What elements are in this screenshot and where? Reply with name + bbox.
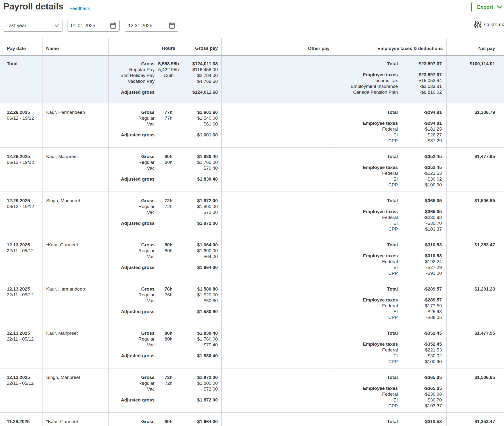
payroll-row: 12.26.202506/12 - 19/12 Singh, Manpreet … [0, 192, 504, 236]
table-right-gutter [498, 192, 504, 236]
column-header-name: Name [43, 38, 109, 55]
export-button-label: Export [477, 4, 493, 10]
customize-button[interactable]: Customize [474, 20, 504, 29]
total-summary-row: Total Gross5,558.95h$124,011.68 Regular … [0, 56, 504, 103]
total-hours-gross-cell: Gross5,558.95h$124,011.68 Regular Pay5,4… [109, 56, 222, 103]
payroll-row: 12.13.202522/11 - 05/12 *Kaur, Gurmeet G… [0, 236, 504, 280]
chevron-down-icon [497, 5, 502, 9]
table-right-gutter [498, 56, 504, 103]
net-pay-cell: $1,353.47 [447, 413, 498, 426]
total-net-pay: $100,114.01 [447, 56, 498, 103]
pay-date-cell: 12.13.202522/11 - 05/12 [0, 368, 43, 412]
other-pay-cell [222, 236, 333, 280]
taxes-cell: Total-$352.45 Employee taxes-$352.45 Fed… [333, 324, 447, 368]
employee-name-cell: Kaur, Manpreet [43, 324, 109, 368]
pay-date-cell: 12.13.202522/11 - 05/12 [0, 280, 43, 324]
pay-date-cell: 12.26.202506/12 - 19/12 [0, 103, 43, 147]
payroll-row: 11.28.202508/11 - 21/11 *Kaur, Gurmeet G… [0, 412, 504, 426]
column-header-hours-gross: Hours Gross pay [109, 38, 222, 55]
payroll-row: 12.26.202506/12 - 19/12 Kaur, Manpreet G… [0, 147, 504, 192]
customize-label: Customize [484, 22, 504, 27]
hours-gross-cell: Gross80h$1,830.40 Regular80h$1,760.00 Va… [109, 324, 222, 368]
pay-date-cell: 12.13.202522/11 - 05/12 [0, 236, 43, 280]
other-pay-cell [222, 103, 333, 147]
net-pay-cell: $1,506.95 [447, 368, 498, 412]
payroll-row: 12.13.202522/11 - 05/12 Kaur, Harmandeep… [0, 280, 504, 324]
hours-gross-cell: Gross77h$1,601.60 Regular77h$1,540.00 Va… [109, 103, 222, 147]
chevron-down-icon [55, 24, 59, 27]
table-right-gutter [498, 368, 504, 412]
net-pay-cell: $1,353.47 [447, 236, 498, 280]
net-pay-cell: $1,306.79 [447, 103, 498, 147]
net-pay-cell: $1,477.95 [447, 324, 498, 368]
column-header-net-pay: Net pay [447, 38, 498, 55]
hours-gross-cell: Gross72h$1,872.00 Regular72h$1,800.00 Va… [109, 368, 222, 412]
column-header-pay-date: Pay date [0, 38, 43, 55]
column-header-other-pay: Other pay [222, 38, 333, 55]
table-header-row: Pay date Name Hours Gross pay Other pay … [0, 38, 504, 55]
period-select-value: Last year [6, 23, 26, 28]
column-header-gross-pay: Gross pay [182, 45, 221, 51]
hours-gross-cell: Gross80h$1,664.00 Regular80h$1,600.00 [109, 413, 222, 426]
sliders-icon [474, 20, 481, 29]
net-pay-cell: $1,477.95 [447, 148, 498, 192]
end-date-input[interactable] [128, 23, 157, 28]
taxes-cell: Total-$365.05 Employee taxes-$365.05 Fed… [333, 368, 447, 412]
employee-name-cell: Singh, Manpreet [43, 192, 109, 236]
calendar-icon [110, 22, 116, 29]
pay-date-cell: 12.13.202522/11 - 05/12 [0, 324, 43, 368]
total-other-pay-cell [222, 56, 333, 103]
page-title: Payroll details [3, 1, 63, 12]
table-right-gutter [498, 280, 504, 324]
taxes-cell: Total-$365.05 Employee taxes-$365.05 Fed… [333, 192, 447, 236]
table-right-gutter [498, 324, 504, 368]
table-right-gutter [498, 103, 504, 147]
hours-gross-cell: Gross80h$1,830.40 Regular80h$1,760.00 Va… [109, 148, 222, 192]
other-pay-cell [222, 280, 333, 324]
employee-name-cell: *Kaur, Gurmeet [43, 236, 109, 280]
payroll-row: 12.13.202522/11 - 05/12 Singh, Manpreet … [0, 368, 504, 412]
other-pay-cell [222, 413, 333, 426]
net-pay-cell: $1,291.23 [447, 280, 498, 324]
total-row-label: Total [0, 56, 43, 103]
employee-name-cell: Kaur, Harmandeep [43, 103, 109, 147]
taxes-cell: Total-$294.81 Employee taxes-$294.81 Fed… [333, 103, 447, 147]
pay-date-cell: 12.26.202506/12 - 19/12 [0, 148, 43, 192]
payroll-row: 12.26.202506/12 - 19/12 Kaur, Harmandeep… [0, 103, 504, 147]
column-header-taxes: Employee taxes & deductions [333, 38, 447, 55]
period-select[interactable]: Last year [3, 20, 62, 32]
start-date-field[interactable] [68, 20, 120, 32]
net-pay-cell: $1,506.95 [447, 192, 498, 236]
taxes-cell: Total-$310.53 [333, 413, 447, 426]
pay-date-cell: 12.26.202506/12 - 19/12 [0, 192, 43, 236]
end-date-field[interactable] [125, 20, 178, 32]
hours-gross-cell: Gross80h$1,664.00 Regular80h$1,600.00 Va… [109, 236, 222, 280]
employee-name-cell: *Kaur, Gurmeet [43, 413, 109, 426]
table-right-gutter [498, 413, 504, 426]
start-date-input[interactable] [71, 23, 100, 28]
total-name-cell [43, 56, 109, 103]
filters-bar: Last year [3, 20, 178, 32]
employee-name-cell: Kaur, Harmandeep [43, 280, 109, 324]
taxes-cell: Total-$289.57 Employee taxes-$289.57 Fed… [333, 280, 447, 324]
column-header-hours: Hours [155, 45, 182, 51]
other-pay-cell [222, 148, 333, 192]
feedback-link[interactable]: Feedback [70, 6, 90, 11]
export-button[interactable]: Export [471, 2, 504, 12]
other-pay-cell [222, 192, 333, 236]
employee-name-cell: Kaur, Manpreet [43, 148, 109, 192]
other-pay-cell [222, 324, 333, 368]
table-right-gutter [498, 236, 504, 280]
other-pay-cell [222, 368, 333, 412]
table-right-gutter [498, 148, 504, 192]
payroll-table: Pay date Name Hours Gross pay Other pay … [0, 38, 504, 426]
total-taxes-cell: Total-$23,897.67 Employee taxes-$23,897.… [333, 56, 447, 103]
payroll-details-page: Payroll details Feedback Export Customiz… [0, 0, 504, 426]
taxes-cell: Total-$310.53 Employee taxes-$310.53 Fed… [333, 236, 447, 280]
hours-gross-cell: Gross72h$1,872.00 Regular72h$1,800.00 Va… [109, 192, 222, 236]
payroll-row: 12.13.202522/11 - 05/12 Kaur, Manpreet G… [0, 324, 504, 368]
taxes-cell: Total-$352.45 Employee taxes-$352.45 Fed… [333, 148, 447, 192]
table-right-gutter [498, 38, 504, 55]
pay-date-cell: 11.28.202508/11 - 21/11 [0, 413, 43, 426]
hours-gross-cell: Gross76h$1,580.80 Regular76h$1,520.00 Va… [109, 280, 222, 324]
